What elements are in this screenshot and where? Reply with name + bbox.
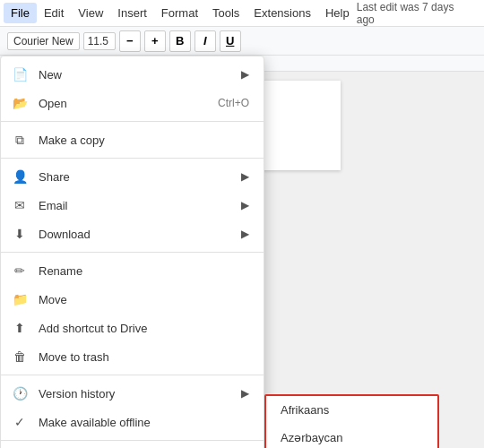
trash-label: Move to trash — [39, 350, 249, 364]
bold-button[interactable]: B — [169, 30, 191, 52]
rename-label: Rename — [39, 264, 249, 278]
download-icon: ⬇ — [12, 226, 28, 242]
version-icon: 🕐 — [12, 385, 28, 401]
last-edit-text: Last edit was 7 days ago — [357, 1, 480, 26]
menu-item-move-trash[interactable]: 🗑 Move to trash — [1, 342, 264, 371]
menu-help[interactable]: Help — [318, 3, 357, 23]
separator-2 — [1, 158, 264, 159]
offline-icon: ✓ — [12, 414, 28, 430]
font-size-decrease[interactable]: − — [119, 30, 141, 52]
menu-tools[interactable]: Tools — [205, 3, 246, 23]
font-size-increase[interactable]: + — [144, 30, 166, 52]
open-icon: 📂 — [12, 95, 28, 111]
download-label: Download — [39, 228, 230, 241]
menu-item-add-shortcut[interactable]: ⬆ Add shortcut to Drive — [1, 314, 264, 342]
share-arrow: ▶ — [241, 170, 249, 183]
menu-bar: File Edit View Insert Format Tools Exten… — [0, 0, 484, 27]
file-dropdown: 📄 New ▶ 📂 Open Ctrl+O ⧉ Make a copy 👤 Sh… — [0, 56, 264, 448]
shortcut-label: Add shortcut to Drive — [39, 322, 249, 335]
rename-icon: ✏ — [12, 263, 28, 279]
open-label: Open — [39, 97, 207, 110]
version-arrow: ▶ — [241, 387, 249, 400]
separator-4 — [1, 375, 264, 375]
share-label: Share — [39, 170, 230, 184]
email-icon: ✉ — [12, 197, 28, 213]
lang-afrikaans[interactable]: Afrikaans — [266, 396, 437, 424]
menu-view[interactable]: View — [71, 3, 110, 23]
font-selector[interactable]: Courier New — [7, 32, 80, 50]
lang-azerbaycan[interactable]: Azərbaycan — [266, 424, 437, 448]
new-label: New — [39, 68, 230, 82]
menu-insert[interactable]: Insert — [110, 3, 154, 23]
move-label: Move — [39, 293, 249, 306]
underline-button[interactable]: U — [220, 30, 241, 52]
offline-label: Make available offline — [39, 416, 249, 429]
email-label: Email — [39, 199, 230, 212]
menu-edit[interactable]: Edit — [37, 3, 71, 23]
move-icon: 📁 — [12, 291, 28, 307]
new-icon: 📄 — [12, 66, 28, 82]
version-label: Version history — [39, 387, 230, 401]
email-arrow: ▶ — [241, 199, 249, 211]
separator-5 — [1, 440, 264, 441]
menu-item-version-history[interactable]: 🕐 Version history ▶ — [1, 379, 264, 408]
menu-item-email[interactable]: ✉ Email ▶ — [1, 191, 264, 220]
trash-icon: 🗑 — [12, 349, 28, 365]
menu-item-make-copy[interactable]: ⧉ Make a copy — [1, 125, 264, 154]
new-arrow: ▶ — [241, 68, 249, 81]
menu-item-open[interactable]: 📂 Open Ctrl+O — [1, 89, 264, 117]
menu-format[interactable]: Format — [154, 3, 205, 23]
menu-item-share[interactable]: 👤 Share ▶ — [1, 162, 264, 191]
separator-1 — [1, 121, 264, 122]
open-shortcut: Ctrl+O — [218, 97, 249, 109]
language-submenu[interactable]: Afrikaans Azərbaycan Bahasa Indonesia Ba… — [264, 394, 439, 448]
download-arrow: ▶ — [241, 228, 249, 240]
font-size[interactable]: 11.5 — [83, 32, 116, 50]
menu-item-move[interactable]: 📁 Move — [1, 285, 264, 314]
menu-file[interactable]: File — [4, 3, 37, 23]
menu-item-download[interactable]: ⬇ Download ▶ — [1, 220, 264, 248]
menu-item-rename[interactable]: ✏ Rename — [1, 256, 264, 285]
menu-item-new[interactable]: 📄 New ▶ — [1, 60, 264, 89]
separator-3 — [1, 252, 264, 253]
share-icon: 👤 — [12, 168, 28, 185]
menu-extensions[interactable]: Extensions — [246, 3, 318, 23]
italic-button[interactable]: I — [194, 30, 216, 52]
copy-label: Make a copy — [39, 134, 249, 147]
content-area: 1 2 3 :/=/s $TEMP$\* 📄 New ▶ 📂 Open Ctrl… — [0, 56, 484, 448]
toolbar: Courier New 11.5 − + B I U — [0, 27, 484, 56]
menu-item-make-offline[interactable]: ✓ Make available offline — [1, 408, 264, 436]
shortcut-icon: ⬆ — [12, 320, 28, 336]
copy-icon: ⧉ — [12, 132, 28, 148]
menu-item-details[interactable]: ℹ Details — [1, 444, 264, 448]
